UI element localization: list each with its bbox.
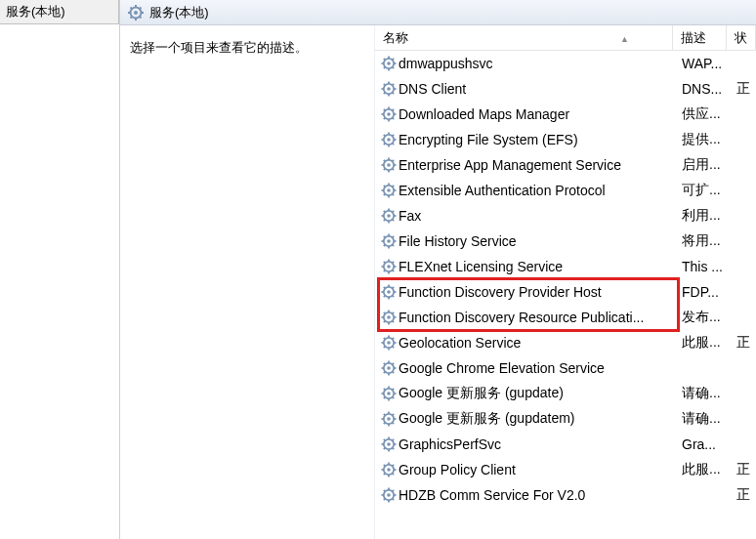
svg-point-61: [387, 188, 391, 192]
service-name: File History Service: [399, 233, 682, 249]
svg-line-47: [392, 143, 394, 145]
svg-point-1: [134, 11, 138, 15]
service-row[interactable]: Encrypting File System (EFS)提供...: [375, 127, 756, 152]
svg-point-81: [387, 239, 391, 243]
svg-line-99: [392, 262, 394, 264]
svg-line-147: [392, 396, 394, 398]
gear-icon: [375, 183, 399, 198]
svg-line-67: [392, 193, 394, 195]
svg-line-16: [384, 59, 386, 61]
gear-icon: [375, 284, 399, 300]
service-row[interactable]: Extensible Authentication Protocol可扩...: [375, 178, 756, 203]
svg-line-89: [392, 236, 394, 238]
svg-line-86: [384, 236, 386, 238]
svg-point-151: [387, 417, 391, 421]
svg-point-171: [387, 468, 391, 472]
svg-line-98: [384, 270, 386, 271]
services-list-body[interactable]: dmwappushsvcWAP...DNS ClientDNS...正Downl…: [375, 51, 756, 539]
service-desc: FDP...: [682, 284, 736, 300]
svg-line-116: [384, 312, 386, 314]
svg-line-28: [384, 92, 386, 94]
service-row[interactable]: Geolocation Service此服...正: [375, 330, 756, 355]
svg-line-96: [384, 262, 386, 264]
gear-icon: [375, 386, 399, 401]
svg-line-17: [392, 66, 394, 68]
svg-line-36: [384, 109, 386, 111]
service-row[interactable]: Google 更新服务 (gupdatem)请确...: [375, 406, 756, 432]
svg-line-148: [384, 396, 386, 398]
service-status: 正: [736, 334, 756, 352]
service-row[interactable]: File History Service将用...: [375, 228, 756, 254]
gear-icon: [375, 233, 399, 249]
gear-icon: [375, 487, 399, 503]
service-row[interactable]: Group Policy Client此服...正: [375, 457, 756, 482]
svg-line-136: [384, 363, 386, 365]
svg-line-169: [392, 439, 394, 441]
svg-point-121: [387, 341, 391, 345]
service-desc: 可扩...: [682, 182, 736, 199]
svg-line-128: [384, 346, 386, 348]
svg-line-138: [384, 371, 386, 373]
gear-icon: [375, 360, 399, 376]
service-row[interactable]: DNS ClientDNS...正: [375, 76, 756, 102]
service-row[interactable]: Google 更新服务 (gupdate)请确...: [375, 381, 756, 406]
svg-point-51: [387, 163, 391, 167]
tree-root-item[interactable]: 服务(本地): [0, 0, 119, 24]
gear-icon: [375, 335, 399, 351]
service-name: Function Discovery Provider Host: [399, 284, 682, 300]
svg-point-181: [387, 493, 391, 497]
service-row[interactable]: Google Chrome Elevation Service: [375, 355, 756, 381]
list-header-bar: 服务(本地): [120, 0, 756, 25]
svg-line-49: [392, 135, 394, 137]
gear-icon: [375, 436, 399, 452]
svg-point-21: [387, 87, 391, 91]
svg-line-127: [392, 346, 394, 348]
svg-line-27: [392, 92, 394, 94]
gear-icon: [375, 132, 399, 147]
service-name: Function Discovery Resource Publicati...: [399, 310, 682, 325]
service-desc: 此服...: [682, 334, 736, 352]
service-name: Google 更新服务 (gupdatem): [399, 410, 682, 428]
app-root: 服务(本地) 服务(本地) 选择一个项目来: [0, 0, 756, 539]
service-status: 正: [736, 461, 756, 478]
gear-icon: [128, 5, 144, 21]
svg-point-41: [387, 138, 391, 142]
svg-line-156: [384, 414, 386, 416]
svg-line-39: [392, 109, 394, 111]
svg-line-179: [392, 465, 394, 467]
column-headers: 名称 ▲ 描述 状: [375, 25, 756, 51]
service-row[interactable]: dmwappushsvcWAP...: [375, 51, 756, 76]
service-row[interactable]: Enterprise App Management Service启用...: [375, 152, 756, 178]
svg-line-176: [384, 465, 386, 467]
svg-line-7: [140, 16, 142, 18]
service-name: dmwappushsvc: [399, 56, 682, 71]
service-row[interactable]: FLEXnet Licensing ServiceThis ...: [375, 254, 756, 279]
service-row[interactable]: HDZB Comm Service For V2.0正: [375, 482, 756, 508]
service-row[interactable]: Fax利用...: [375, 203, 756, 228]
svg-line-9: [140, 7, 142, 9]
service-desc: 将用...: [682, 232, 736, 250]
service-desc: 提供...: [682, 131, 736, 148]
svg-line-38: [384, 117, 386, 119]
svg-line-187: [392, 498, 394, 500]
svg-line-158: [384, 422, 386, 424]
gear-icon: [375, 56, 399, 71]
service-row[interactable]: Function Discovery Provider HostFDP...: [375, 279, 756, 305]
gear-icon: [375, 259, 399, 274]
svg-line-146: [384, 389, 386, 391]
service-row[interactable]: Function Discovery Resource Publicati...…: [375, 305, 756, 330]
service-name: Google 更新服务 (gupdate): [399, 385, 682, 402]
service-name: Enterprise App Management Service: [399, 157, 682, 173]
svg-line-107: [392, 295, 394, 297]
svg-line-48: [384, 143, 386, 145]
svg-line-29: [392, 84, 394, 86]
svg-line-106: [384, 287, 386, 289]
svg-line-188: [384, 498, 386, 500]
sort-indicator-icon: ▲: [620, 34, 629, 44]
service-name: Downloaded Maps Manager: [399, 106, 682, 122]
column-header-status[interactable]: 状: [727, 25, 756, 50]
svg-line-68: [384, 193, 386, 195]
column-header-desc[interactable]: 描述: [673, 25, 727, 50]
service-row[interactable]: GraphicsPerfSvcGra...: [375, 432, 756, 457]
service-row[interactable]: Downloaded Maps Manager供应...: [375, 102, 756, 127]
